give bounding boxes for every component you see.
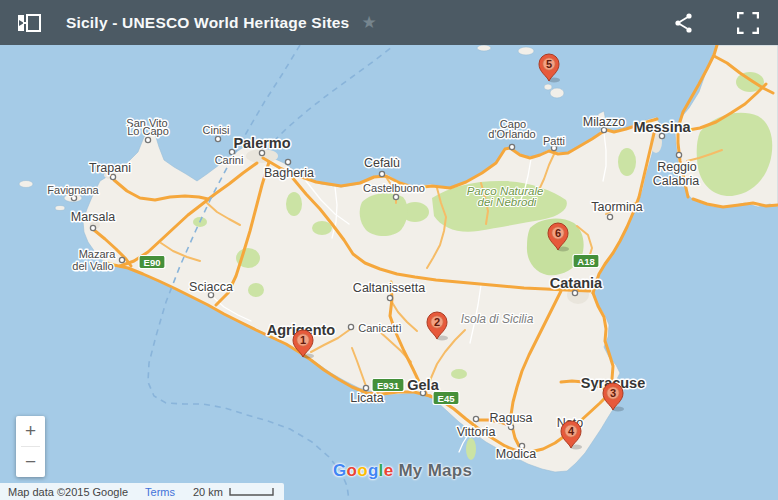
map-label-castelbuono: Castelbuono: [363, 182, 425, 194]
island: [55, 206, 65, 211]
map-label-favignana: Favignana: [47, 184, 99, 196]
my-maps-app: Sicily - UNESCO World Heritage Sites ★: [0, 0, 778, 500]
zoom-control: + −: [16, 416, 45, 477]
my-maps-label: My Maps: [398, 461, 472, 480]
route-shield-e45: E45: [433, 392, 459, 405]
svg-text:3: 3: [610, 387, 616, 399]
map-label-modica: Modica: [496, 447, 536, 461]
map-label-reggio: Reggio: [657, 160, 697, 174]
map-label-licata: Licata: [350, 391, 383, 405]
scale-bar: [229, 487, 275, 497]
map-label-palermo: Palermo: [233, 135, 290, 151]
svg-text:E45: E45: [438, 393, 456, 404]
town-dot: [285, 159, 290, 164]
map-label-patti: Patti: [543, 135, 565, 147]
map-label-bagheria: Bagheria: [264, 166, 314, 180]
map-label-mazara: Mazara: [79, 248, 117, 260]
map-label-trapani: Trapani: [89, 161, 131, 175]
map-label-calabria: Calabria: [653, 174, 700, 188]
star-icon[interactable]: ★: [361, 14, 376, 31]
map-label-canicatt: Canicattì: [358, 322, 401, 334]
town-dot: [676, 152, 681, 157]
map-label-vittoria: Vittoria: [457, 425, 496, 439]
island: [19, 181, 33, 188]
map-label-dei-nebrodi: dei Nebrodi: [478, 196, 537, 208]
town-dot: [215, 136, 220, 141]
map-data-copyright: Map data ©2015 Google: [8, 486, 128, 498]
map-label-catania: Catania: [550, 275, 603, 291]
map-label-sciacca: Sciacca: [189, 280, 233, 294]
map-label-ragusa: Ragusa: [489, 411, 532, 425]
map-label-cinisi: Cinisi: [203, 124, 230, 136]
town-dot: [508, 424, 513, 429]
svg-text:A18: A18: [577, 256, 594, 267]
svg-text:5: 5: [546, 58, 552, 70]
map-label-d-orlando: d'Orlando: [488, 128, 535, 140]
map-label-taormina: Taormina: [591, 200, 642, 214]
map-label-messina: Messina: [633, 119, 691, 135]
island-aeolian: [544, 84, 552, 90]
town-dot: [473, 416, 478, 421]
zoom-out-button[interactable]: −: [16, 447, 45, 477]
town-dot: [572, 290, 577, 295]
panel-open-icon[interactable]: [18, 13, 42, 33]
town-dot: [348, 324, 353, 329]
svg-text:6: 6: [555, 227, 561, 239]
map-label-marsala: Marsala: [71, 210, 116, 224]
fullscreen-icon[interactable]: [736, 12, 760, 34]
google-my-maps-watermark[interactable]: GoogleMy Maps: [333, 461, 472, 481]
town-dot: [387, 295, 392, 300]
route-shield-e90: E90: [139, 256, 165, 269]
svg-text:E931: E931: [377, 380, 400, 391]
svg-text:E90: E90: [144, 257, 161, 268]
map-label-gela: Gela: [407, 377, 439, 393]
svg-text:4: 4: [568, 425, 575, 437]
svg-text:1: 1: [300, 334, 306, 346]
map-label-carini: Carini: [215, 154, 244, 166]
header-bar: Sicily - UNESCO World Heritage Sites ★: [0, 0, 778, 45]
map-label-caltanissetta: Caltanissetta: [353, 281, 425, 295]
town-dot: [90, 225, 95, 230]
town-dot: [607, 214, 612, 219]
town-dot: [145, 137, 150, 142]
map-canvas[interactable]: E90E931E45A18 PalermoMessinaCataniaAgrig…: [0, 45, 778, 500]
town-dot: [259, 150, 264, 155]
map-label-lo-capo: Lo Capo: [127, 125, 169, 137]
island-aeolian: [518, 47, 534, 55]
attribution-bar: Map data ©2015 Google Terms 20 km: [0, 483, 284, 500]
map-label-isola-di-sicilia: Isola di Sicilia: [461, 312, 534, 326]
island-aeolian: [550, 88, 564, 98]
town-dot: [379, 171, 384, 176]
zoom-in-button[interactable]: +: [16, 416, 45, 446]
scale-label: 20 km: [193, 486, 223, 498]
route-shield-e931: E931: [372, 379, 404, 392]
route-shield-a18: A18: [573, 255, 599, 268]
island-aeolian: [477, 45, 491, 51]
map-label-cefal: Cefalù: [364, 156, 400, 170]
share-icon[interactable]: [672, 12, 696, 34]
map-label-del-vallo: del Vallo: [72, 260, 113, 272]
map-label-milazzo: Milazzo: [583, 115, 625, 129]
terms-link[interactable]: Terms: [145, 486, 175, 498]
google-logo: Google: [333, 461, 393, 480]
page-title: Sicily - UNESCO World Heritage Sites: [66, 14, 349, 32]
town-dot: [110, 174, 115, 179]
town-dot: [71, 195, 76, 200]
svg-text:2: 2: [434, 316, 440, 328]
town-dot: [119, 257, 124, 262]
town-dot: [363, 385, 368, 390]
town-dot: [509, 144, 514, 149]
town-dot: [393, 194, 398, 199]
